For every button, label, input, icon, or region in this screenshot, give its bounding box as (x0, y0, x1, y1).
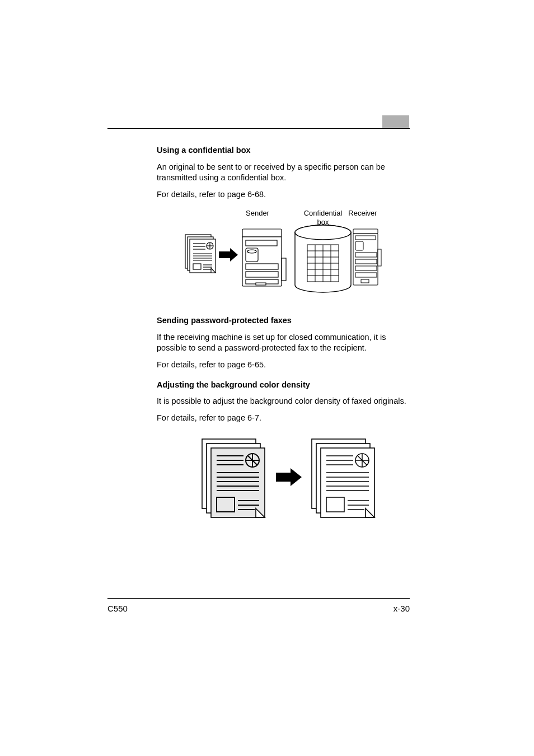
arrow-icon (219, 248, 238, 262)
svg-point-23 (247, 250, 256, 253)
svg-rect-48 (361, 279, 369, 283)
section-bg-density: Adjusting the background color density I… (157, 380, 409, 521)
para-confidential-desc: An original to be sent to or received by… (157, 162, 409, 184)
document-light-icon (312, 439, 374, 517)
svg-point-29 (295, 225, 351, 240)
svg-marker-18 (230, 248, 238, 262)
page-content: Using a confidential box An original to … (157, 145, 409, 533)
label-receiver: Receiver (348, 209, 377, 217)
svg-rect-43 (355, 253, 377, 257)
svg-rect-68 (276, 473, 291, 482)
svg-rect-25 (246, 272, 278, 277)
svg-rect-39 (353, 229, 378, 234)
document-stack-icon (185, 235, 216, 273)
svg-rect-45 (355, 266, 377, 270)
svg-rect-41 (355, 236, 376, 240)
label-sender: Sender (246, 209, 270, 217)
section-confidential-box: Using a confidential box An original to … (157, 145, 409, 303)
svg-rect-19 (242, 229, 282, 237)
document-dark-icon (202, 439, 265, 517)
svg-rect-85 (326, 497, 344, 512)
footer-model: C550 (107, 604, 128, 613)
footer-rule (107, 598, 410, 599)
heading-bg-density: Adjusting the background color density (157, 380, 409, 391)
svg-marker-69 (291, 468, 302, 486)
heading-confidential-box: Using a confidential box (157, 145, 409, 156)
header-rule (107, 128, 410, 129)
arrow-icon (276, 468, 302, 486)
para-bg-ref: For details, refer to page 6-7. (157, 413, 409, 424)
para-password-desc: If the receiving machine is set up for c… (157, 332, 409, 354)
svg-rect-27 (282, 258, 286, 281)
para-password-ref: For details, refer to page 6-65. (157, 360, 409, 371)
svg-rect-64 (217, 497, 235, 512)
header-accent-bar (382, 115, 409, 128)
section-password-fax: Sending password-protected faxes If the … (157, 315, 409, 370)
svg-rect-13 (193, 264, 201, 269)
svg-rect-44 (355, 259, 377, 264)
label-confidential-1: Confidential (304, 209, 343, 217)
database-cylinder-icon (295, 225, 351, 292)
figure-confidential-flow: Sender Confidential box Receiver (157, 208, 409, 303)
svg-rect-46 (355, 273, 377, 277)
page-footer: C550 x-30 (107, 604, 410, 613)
diagram-bg-density (182, 431, 383, 521)
diagram-confidential-flow: Sender Confidential box Receiver (182, 208, 383, 303)
heading-password-fax: Sending password-protected faxes (157, 315, 409, 326)
para-confidential-ref: For details, refer to page 6-68. (157, 189, 409, 200)
footer-page-number: x-30 (394, 604, 410, 613)
svg-rect-42 (355, 241, 363, 250)
printer-receiver-icon (353, 229, 381, 285)
svg-rect-47 (378, 249, 381, 266)
svg-rect-24 (246, 264, 278, 269)
svg-rect-21 (246, 240, 277, 246)
svg-rect-17 (219, 251, 230, 258)
printer-sender-icon (242, 229, 286, 286)
figure-bg-density (157, 431, 409, 521)
para-bg-desc: It is possible to adjust the background … (157, 396, 409, 407)
